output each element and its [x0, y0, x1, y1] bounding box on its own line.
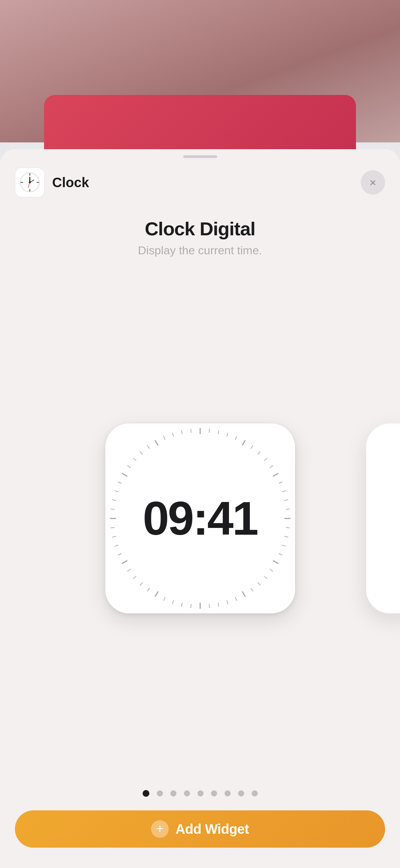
svg-line-21 — [279, 482, 282, 483]
svg-line-47 — [140, 583, 142, 585]
dot-5 — [211, 790, 217, 796]
svg-line-54 — [111, 528, 114, 528]
svg-line-23 — [285, 500, 288, 500]
svg-line-60 — [122, 474, 127, 476]
svg-line-34 — [251, 588, 253, 591]
app-icon-container — [15, 167, 45, 197]
svg-line-11 — [209, 429, 209, 432]
svg-line-67 — [172, 433, 173, 436]
partial-next-widget — [366, 423, 400, 613]
svg-line-31 — [270, 569, 273, 571]
svg-line-28 — [282, 545, 286, 546]
svg-line-18 — [264, 458, 267, 461]
clock-time-display: 09:41 — [143, 491, 257, 546]
svg-line-48 — [133, 576, 136, 579]
svg-line-53 — [112, 536, 115, 537]
widget-preview-area: (function() { var g = document.getElemen… — [0, 257, 400, 780]
svg-line-64 — [147, 446, 149, 449]
svg-line-30 — [273, 561, 278, 564]
svg-line-12 — [218, 431, 219, 434]
app-identity: Clock — [15, 167, 89, 197]
svg-line-38 — [218, 603, 219, 606]
svg-line-45 — [155, 592, 158, 596]
svg-line-22 — [282, 491, 286, 492]
clock-app-icon — [18, 171, 42, 194]
dot-8 — [252, 790, 258, 796]
svg-line-13 — [227, 433, 228, 436]
svg-line-37 — [227, 601, 228, 604]
svg-line-56 — [111, 509, 114, 509]
svg-line-15 — [243, 441, 245, 445]
svg-line-39 — [209, 605, 209, 608]
add-widget-plus-icon: + — [151, 820, 169, 838]
svg-line-29 — [279, 554, 282, 555]
add-widget-label: Add Widget — [175, 822, 249, 837]
svg-line-63 — [140, 452, 142, 454]
svg-line-27 — [285, 536, 288, 537]
svg-line-49 — [127, 569, 130, 571]
dot-6 — [225, 790, 231, 796]
plus-symbol: + — [156, 823, 164, 835]
svg-line-62 — [133, 458, 136, 461]
page-indicator — [143, 780, 258, 810]
svg-line-43 — [172, 601, 173, 604]
dot-7 — [238, 790, 244, 796]
svg-line-66 — [164, 436, 165, 439]
svg-line-24 — [286, 509, 289, 509]
svg-line-35 — [243, 592, 245, 596]
svg-line-41 — [191, 605, 191, 608]
svg-line-51 — [118, 554, 121, 555]
svg-line-33 — [258, 583, 260, 585]
svg-line-14 — [235, 436, 236, 439]
close-button[interactable]: × — [361, 170, 385, 195]
svg-line-52 — [114, 545, 118, 546]
dot-3 — [184, 790, 190, 796]
svg-line-59 — [118, 482, 121, 483]
app-name-label: Clock — [52, 175, 89, 190]
svg-line-36 — [235, 597, 236, 600]
svg-line-50 — [122, 561, 127, 564]
svg-line-20 — [273, 474, 278, 476]
svg-line-16 — [251, 446, 253, 449]
widget-sheet: Clock × Clock Digital Display the curren… — [0, 149, 400, 868]
sheet-handle — [183, 155, 217, 158]
svg-line-69 — [191, 429, 191, 432]
widget-title-area: Clock Digital Display the current time. — [138, 218, 262, 257]
svg-line-32 — [264, 576, 267, 579]
digital-clock-widget: (function() { var g = document.getElemen… — [105, 423, 295, 613]
svg-line-65 — [155, 441, 158, 445]
svg-line-42 — [181, 603, 182, 606]
svg-line-46 — [147, 588, 149, 591]
svg-line-17 — [258, 452, 260, 454]
svg-line-44 — [164, 597, 165, 600]
close-icon: × — [370, 177, 376, 188]
svg-line-68 — [181, 431, 182, 434]
dot-1 — [157, 790, 163, 796]
svg-line-58 — [114, 491, 118, 492]
svg-line-26 — [286, 528, 289, 528]
add-widget-button[interactable]: + Add Widget — [15, 810, 385, 848]
dot-4 — [197, 790, 204, 796]
dot-2 — [170, 790, 176, 796]
widget-subtitle: Display the current time. — [138, 244, 262, 257]
widget-title: Clock Digital — [138, 218, 262, 240]
svg-line-19 — [270, 466, 273, 468]
svg-line-57 — [112, 500, 115, 500]
sheet-header: Clock × — [0, 158, 400, 197]
dot-0 — [143, 790, 149, 797]
svg-line-61 — [127, 466, 130, 468]
